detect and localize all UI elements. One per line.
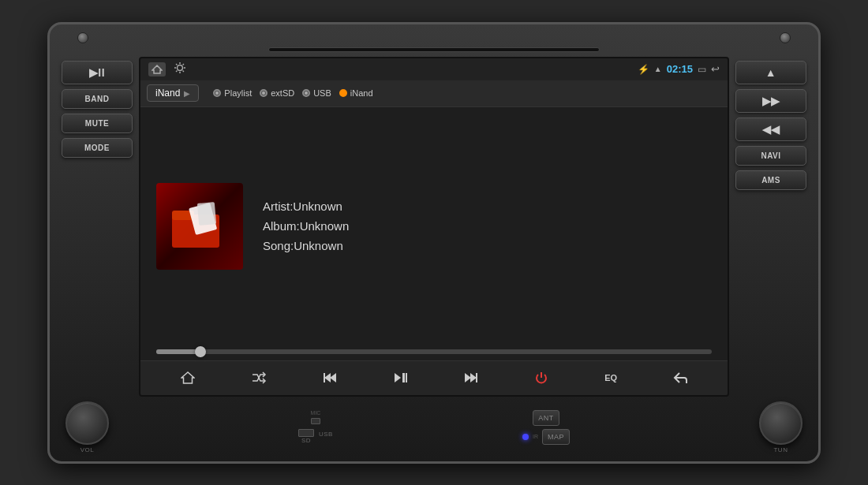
screen-container: ⚡ ▲ 02:15 ▭ ↩ iNand ▶ bbox=[139, 57, 729, 397]
song-line: Song:Unknown bbox=[263, 239, 712, 252]
progress-track[interactable] bbox=[156, 349, 712, 354]
tuner-knob[interactable] bbox=[759, 401, 803, 445]
source-inand[interactable]: iNand bbox=[339, 88, 373, 98]
svg-marker-14 bbox=[181, 372, 194, 383]
inand-label: iNand bbox=[155, 88, 180, 99]
svg-rect-19 bbox=[402, 373, 405, 382]
svg-marker-22 bbox=[465, 373, 471, 382]
status-left bbox=[148, 62, 186, 76]
tun-label: TUN bbox=[773, 446, 788, 453]
time-display: 02:15 bbox=[667, 63, 693, 75]
ir-label: IR bbox=[533, 434, 538, 439]
next-track-button[interactable] bbox=[458, 367, 485, 388]
album-line: Album:Unknown bbox=[263, 219, 712, 233]
source-bar: iNand ▶ Playlist extSD bbox=[140, 80, 728, 107]
volume-knob[interactable] bbox=[65, 401, 109, 445]
music-content: Artist:Unknown Album:Unknown Song:Unknow… bbox=[140, 107, 728, 345]
artist-line: Artist:Unknown bbox=[263, 200, 712, 213]
mic-usb-area: MIC bbox=[311, 410, 321, 424]
svg-rect-17 bbox=[324, 373, 325, 382]
screw-row-top bbox=[62, 32, 806, 43]
home-bottom-button[interactable] bbox=[174, 367, 201, 388]
ams-button[interactable]: AMS bbox=[735, 170, 806, 190]
bottom-bar: EQ bbox=[140, 360, 728, 395]
playlist-radio bbox=[213, 89, 221, 97]
screw-top-right bbox=[780, 32, 791, 43]
shuffle-button[interactable] bbox=[245, 367, 273, 388]
mode-button[interactable]: MODE bbox=[62, 138, 133, 158]
left-controls: ▶II BAND MUTE MODE bbox=[62, 57, 133, 397]
svg-line-8 bbox=[183, 64, 185, 65]
ant-button[interactable]: ANT bbox=[533, 410, 559, 426]
usb-label: USB bbox=[313, 88, 331, 98]
svg-point-1 bbox=[178, 65, 183, 71]
screw-top-left bbox=[77, 32, 88, 43]
mute-button[interactable]: MUTE bbox=[62, 114, 133, 133]
skip-back-button[interactable]: ◀◀ bbox=[735, 118, 806, 141]
svg-marker-0 bbox=[152, 65, 162, 73]
svg-line-7 bbox=[183, 71, 185, 73]
svg-marker-18 bbox=[395, 373, 401, 382]
svg-marker-21 bbox=[470, 373, 477, 382]
play-pause-button[interactable]: ▶II bbox=[62, 61, 133, 84]
svg-rect-20 bbox=[406, 373, 407, 382]
svg-rect-13 bbox=[197, 202, 216, 226]
track-info: Artist:Unknown Album:Unknown Song:Unknow… bbox=[263, 200, 712, 252]
source-options: Playlist extSD USB iNand bbox=[213, 88, 372, 98]
inand-arrow-icon: ▶ bbox=[184, 89, 190, 98]
ir-led bbox=[522, 434, 529, 440]
playlist-label: Playlist bbox=[224, 88, 252, 98]
sd-slot[interactable] bbox=[298, 429, 314, 437]
cd-slot bbox=[268, 47, 600, 52]
main-row: ▶II BAND MUTE MODE bbox=[62, 57, 806, 397]
map-button[interactable]: MAP bbox=[542, 429, 570, 445]
eq-button[interactable]: EQ bbox=[598, 369, 623, 386]
signal-icon: ▲ bbox=[654, 65, 662, 73]
usb-port[interactable] bbox=[311, 418, 320, 424]
car-unit: ▶II BAND MUTE MODE bbox=[47, 22, 821, 464]
battery-icon: ▭ bbox=[698, 64, 706, 75]
usb-radio bbox=[302, 89, 310, 97]
bluetooth-icon: ⚡ bbox=[638, 64, 649, 75]
skip-forward-button[interactable]: ▶▶ bbox=[735, 89, 806, 113]
play-pause-bottom-button[interactable] bbox=[387, 367, 413, 388]
source-usb[interactable]: USB bbox=[302, 88, 331, 98]
screen: ⚡ ▲ 02:15 ▭ ↩ iNand ▶ bbox=[139, 57, 729, 397]
right-controls: ▲ ▶▶ ◀◀ NAVI AMS bbox=[735, 57, 806, 397]
prev-track-button[interactable] bbox=[316, 367, 343, 388]
status-right: ⚡ ▲ 02:15 ▭ ↩ bbox=[638, 63, 720, 75]
album-art bbox=[156, 183, 243, 270]
eject-button[interactable]: ▲ bbox=[735, 61, 806, 84]
status-bar: ⚡ ▲ 02:15 ▭ ↩ bbox=[140, 58, 728, 80]
brightness-icon[interactable] bbox=[174, 62, 186, 76]
inand-source-label: iNand bbox=[350, 88, 373, 98]
usb-label: USB bbox=[319, 431, 333, 444]
progress-thumb[interactable] bbox=[195, 346, 206, 357]
svg-line-6 bbox=[176, 64, 178, 65]
inand-radio bbox=[339, 89, 347, 97]
back-bottom-button[interactable] bbox=[667, 367, 694, 388]
cd-slot-row bbox=[62, 47, 806, 52]
svg-line-9 bbox=[176, 71, 178, 73]
back-nav-icon[interactable]: ↩ bbox=[711, 63, 720, 75]
bottom-row: VOL MIC SD USB ANT IR MAP bbox=[62, 401, 806, 453]
extsd-radio bbox=[260, 89, 268, 97]
inand-button[interactable]: iNand ▶ bbox=[147, 84, 199, 102]
vol-label: VOL bbox=[80, 446, 95, 453]
progress-area bbox=[140, 345, 728, 360]
source-playlist[interactable]: Playlist bbox=[213, 88, 252, 98]
progress-fill bbox=[156, 349, 200, 354]
navi-button[interactable]: NAVI bbox=[735, 146, 806, 166]
band-button[interactable]: BAND bbox=[62, 89, 133, 109]
home-icon[interactable] bbox=[148, 62, 166, 76]
mic-label: MIC bbox=[311, 410, 321, 416]
extsd-label: extSD bbox=[271, 88, 294, 98]
svg-marker-15 bbox=[324, 373, 331, 382]
source-extsd[interactable]: extSD bbox=[260, 88, 294, 98]
power-button[interactable] bbox=[528, 367, 555, 388]
sd-label: SD bbox=[301, 437, 311, 444]
svg-rect-23 bbox=[476, 373, 477, 382]
svg-marker-16 bbox=[330, 373, 336, 382]
